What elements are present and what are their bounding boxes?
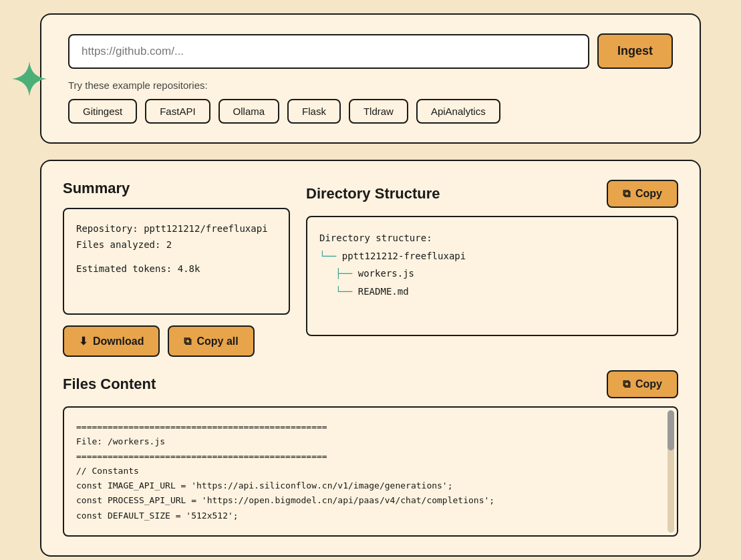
file-line-2: ========================================… [76, 449, 665, 464]
file-line-0: ========================================… [76, 420, 665, 434]
download-button[interactable]: ⬇ Download [63, 325, 160, 357]
directory-copy-icon: ⧉ [623, 188, 630, 200]
directory-column: Directory Structure ⧉ Copy Directory str… [306, 180, 678, 336]
example-btn-fastapi[interactable]: FastAPI [145, 99, 210, 124]
files-copy-icon: ⧉ [623, 378, 630, 390]
example-btn-flask[interactable]: Flask [287, 99, 341, 124]
copy-all-button[interactable]: ⧉ Copy all [168, 325, 254, 357]
file-line-5: const PROCESS_API_URL = 'https://open.bi… [76, 493, 665, 508]
download-icon: ⬇ [79, 335, 88, 347]
file-line-3: // Constants [76, 464, 665, 478]
files-header: Files Content ⧉ Copy [63, 370, 678, 398]
directory-copy-button[interactable]: ⧉ Copy [607, 180, 678, 208]
bottom-section: Summary Repository: pptt121212/freefluxa… [40, 160, 701, 557]
scrollbar-thumb[interactable] [668, 410, 674, 450]
file-line-6: const DEFAULT_SIZE = '512x512'; [76, 509, 665, 523]
scrollbar-track[interactable] [668, 410, 674, 533]
dir-child-0: ├── workers.js [335, 265, 665, 283]
summary-tokens: Estimated tokens: 4.8k [76, 261, 277, 277]
files-copy-label: Copy [635, 378, 662, 390]
file-line-4: const IMAGE_API_URL = 'https://api.silic… [76, 478, 665, 493]
directory-title: Directory Structure [306, 185, 440, 202]
dir-child-1: └── README.md [335, 283, 665, 301]
file-line-1: File: /workers.js [76, 434, 665, 449]
dir-root: └── pptt121212-freefluxapi [319, 247, 665, 265]
ingest-button[interactable]: Ingest [597, 33, 673, 69]
summary-column: Summary Repository: pptt121212/freefluxa… [63, 180, 290, 357]
copy-all-icon: ⧉ [184, 335, 191, 347]
content-row: Summary Repository: pptt121212/freefluxa… [63, 180, 678, 357]
example-btn-ollama[interactable]: Ollama [218, 99, 280, 124]
directory-header: Directory Structure ⧉ Copy [306, 180, 678, 208]
url-input[interactable] [68, 34, 589, 69]
dir-content-label: Directory structure: [319, 229, 665, 247]
files-title: Files Content [63, 376, 156, 393]
files-section: Files Content ⧉ Copy ===================… [63, 370, 678, 537]
example-label: Try these example repositories: [68, 80, 673, 91]
example-btn-gitingest[interactable]: Gitingest [68, 99, 137, 124]
directory-box: Directory structure: └── pptt121212-free… [306, 216, 678, 336]
summary-repo: Repository: pptt121212/freefluxapi [76, 221, 277, 237]
download-label: Download [93, 335, 144, 347]
summary-title: Summary [63, 180, 290, 197]
summary-files: Files analyzed: 2 [76, 237, 277, 253]
files-content-box[interactable]: ========================================… [63, 406, 678, 537]
directory-copy-label: Copy [635, 188, 662, 200]
top-section: Ingest Try these example repositories: G… [40, 13, 701, 144]
copy-all-label: Copy all [196, 335, 238, 347]
example-buttons-container: Gitingest FastAPI Ollama Flask Tldraw Ap… [68, 99, 673, 124]
files-copy-button[interactable]: ⧉ Copy [607, 370, 678, 398]
star-logo [9, 59, 49, 99]
summary-actions: ⬇ Download ⧉ Copy all [63, 325, 290, 357]
example-btn-apianalytics[interactable]: ApiAnalytics [416, 99, 500, 124]
example-btn-tldraw[interactable]: Tldraw [349, 99, 408, 124]
summary-box: Repository: pptt121212/freefluxapi Files… [63, 208, 290, 315]
